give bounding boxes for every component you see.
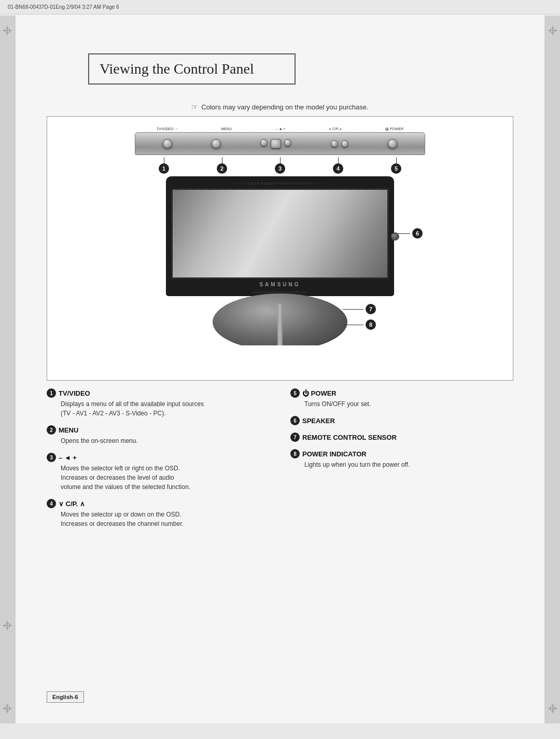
callout-4: 4: [333, 163, 343, 174]
right-sidebar: [544, 16, 560, 723]
desc-header-4: 4 ∨ C/P. ∧: [47, 499, 270, 508]
tv-wrapper: ·····ccccoooo>>>>>>>>>>>>····· SAMSUNG ○…: [166, 176, 394, 296]
desc-line-5-0: Turns ON/OFF your set.: [304, 400, 371, 408]
desc-callout-5: 5: [290, 388, 300, 398]
cp-label-5: ⏻ POWER: [385, 127, 403, 131]
page-footer: English-6: [47, 691, 84, 703]
callout-6-container: 6: [389, 228, 423, 239]
desc-line-4-1: Increases or decreases the channel numbe…: [61, 520, 184, 527]
desc-line-8-0: Lights up when you turn the power off.: [304, 461, 410, 468]
btn-pair-cp: [331, 140, 348, 147]
btn-cp-up: [341, 140, 348, 147]
callout-7-container: 7: [343, 304, 376, 314]
desc-text-1: Displays a menu of all of the available …: [47, 399, 270, 418]
btn-pair-minus-plus: [260, 139, 291, 148]
desc-title-4: ∨ C/P. ∧: [59, 500, 85, 508]
btn-cp-down: [331, 140, 338, 147]
cb-menu: [212, 139, 221, 148]
desc-callout-4: 4: [47, 499, 56, 508]
header-bar: 01-BN68-00437D-01Eng 2/9/04 3:27 AM Page…: [0, 0, 560, 15]
callouts-strip: 1 2 3 4 5: [135, 157, 425, 174]
desc-header-5: 5 ⏻ POWER: [290, 388, 513, 398]
callout-2: 2: [217, 163, 227, 174]
desc-line-2-0: Opens the on-screen menu.: [61, 437, 138, 444]
desc-callout-3: 3: [47, 453, 56, 462]
crosshair-bl: [3, 704, 12, 713]
tv-main: ·····ccccoooo>>>>>>>>>>>>····· SAMSUNG ○…: [55, 176, 505, 296]
descriptions: 1 TV/VIDEO Displays a menu of all of the…: [47, 388, 513, 536]
tv-stand-section: 7 8: [55, 294, 505, 345]
desc-item-8: 8 POWER INDICATOR Lights up when you tur…: [290, 449, 513, 469]
desc-title-7: REMOTE CONTROL SENSOR: [302, 434, 397, 441]
btn-power: [388, 139, 397, 148]
desc-header-3: 3 – ◄ +: [47, 453, 270, 462]
crosshair-br: [548, 704, 557, 713]
desc-text-2: Opens the on-screen menu.: [47, 436, 270, 445]
cb-cp: [331, 140, 348, 147]
desc-header-6: 6 SPEAKER: [290, 416, 513, 425]
control-bar-wrapper: TV/VIDEO ☞ MENU – ◄ + ∨ C/P.∧ ⏻ POWER: [55, 127, 505, 174]
crosshair-ml: [3, 621, 12, 630]
desc-line-4-0: Moves the selector up or down on the OSD…: [61, 511, 181, 518]
desc-callout-7: 7: [290, 433, 300, 442]
title-section: Viewing the Control Panel: [88, 53, 296, 85]
desc-line-3-2: volume and the values of the selected fu…: [61, 483, 190, 491]
crosshair-tr: [548, 26, 557, 35]
note-text: Colors may vary depending on the model y…: [201, 103, 368, 111]
cb-minus-plus: [260, 139, 291, 148]
cb-tvvideo: [163, 139, 172, 148]
desc-callout-8: 8: [290, 449, 300, 458]
callout-8-container: 8: [343, 319, 376, 330]
desc-title-3: – ◄ +: [59, 454, 77, 462]
callout-3-container: 3: [275, 157, 285, 174]
callout-1: 1: [159, 163, 169, 174]
desc-title-8: POWER INDICATOR: [302, 450, 367, 458]
cb-power: [388, 139, 397, 148]
desc-text-4: Moves the selector up or down on the OSD…: [47, 510, 270, 528]
callout-7: 7: [366, 304, 376, 314]
desc-text-5: Turns ON/OFF your set.: [290, 399, 513, 409]
control-bar: [135, 132, 425, 155]
callout-1-container: 1: [159, 157, 169, 174]
desc-item-5: 5 ⏻ POWER Turns ON/OFF your set.: [290, 388, 513, 409]
main-content: Viewing the Control Panel ☞ Colors may v…: [16, 15, 544, 723]
desc-item-1: 1 TV/VIDEO Displays a menu of all of the…: [47, 388, 270, 418]
desc-callout-1: 1: [47, 388, 56, 398]
desc-text-3: Moves the selector left or right on the …: [47, 464, 270, 492]
header-text: 01-BN68-00437D-01Eng 2/9/04 3:27 AM Page…: [8, 4, 119, 10]
stand-wrapper: 7 8: [213, 294, 347, 345]
desc-title-6: SPEAKER: [302, 417, 335, 425]
desc-title-5: ⏻ POWER: [302, 389, 337, 397]
callout-8: 8: [366, 319, 376, 330]
crosshair-tl: [3, 26, 12, 35]
desc-item-7: 7 REMOTE CONTROL SENSOR: [290, 433, 513, 442]
cp-label-3: – ◄ +: [275, 127, 285, 131]
left-sidebar: [0, 16, 16, 723]
desc-text-8: Lights up when you turn the power off.: [290, 460, 513, 469]
desc-header-8: 8 POWER INDICATOR: [290, 449, 513, 458]
title-container: Viewing the Control Panel: [57, 33, 503, 95]
cp-label-2: MENU: [221, 127, 232, 131]
btn-menu: [212, 139, 221, 148]
btn-minus: [260, 139, 268, 146]
tv-bottom-texture: ○○○○○○○○○○○○○○○○○○○○○○○: [171, 290, 389, 294]
bottom-bar: [0, 723, 560, 739]
desc-callout-6: 6: [290, 416, 300, 425]
tv-brand: SAMSUNG: [171, 282, 389, 287]
desc-title-2: MENU: [59, 426, 78, 434]
desc-header-1: 1 TV/VIDEO: [47, 388, 270, 398]
desc-item-4: 4 ∨ C/P. ∧ Moves the selector up or down…: [47, 499, 270, 528]
desc-line-3-1: Increases or decreases the level of audi…: [61, 474, 174, 481]
stand-post: [277, 304, 283, 345]
stand-body: [213, 294, 347, 345]
desc-right-col: 5 ⏻ POWER Turns ON/OFF your set. 6 SPEAK…: [290, 388, 513, 536]
desc-line-3-0: Moves the selector left or right on the …: [61, 465, 180, 472]
cp-label-1: TV/VIDEO ☞: [157, 127, 178, 131]
tv-diagram-box: TV/VIDEO ☞ MENU – ◄ + ∨ C/P.∧ ⏻ POWER: [47, 116, 513, 381]
tv-top-texture: ·····ccccoooo>>>>>>>>>>>>·····: [171, 182, 389, 186]
desc-item-2: 2 MENU Opens the on-screen menu.: [47, 425, 270, 445]
callout-3: 3: [275, 163, 285, 174]
desc-header-7: 7 REMOTE CONTROL SENSOR: [290, 433, 513, 442]
btn-triangle: [271, 139, 281, 148]
callout-4-container: 4: [333, 157, 343, 174]
